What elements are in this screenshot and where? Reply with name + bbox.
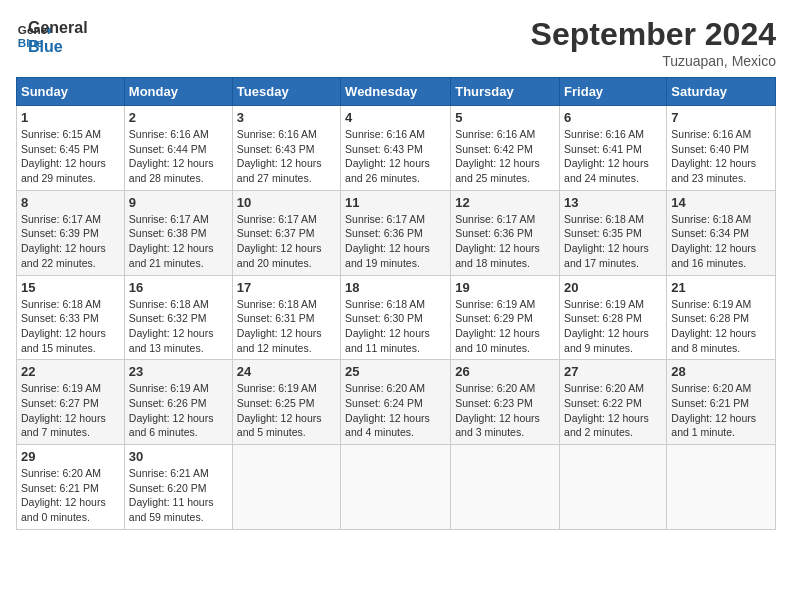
day-header-wednesday: Wednesday	[341, 78, 451, 106]
day-number: 20	[564, 280, 662, 295]
day-info: Sunrise: 6:17 AMSunset: 6:39 PMDaylight:…	[21, 212, 120, 271]
day-header-friday: Friday	[560, 78, 667, 106]
calendar-cell	[451, 445, 560, 530]
day-info: Sunrise: 6:15 AMSunset: 6:45 PMDaylight:…	[21, 127, 120, 186]
calendar-cell: 18Sunrise: 6:18 AMSunset: 6:30 PMDayligh…	[341, 275, 451, 360]
calendar-week-row: 1Sunrise: 6:15 AMSunset: 6:45 PMDaylight…	[17, 106, 776, 191]
day-number: 1	[21, 110, 120, 125]
calendar-cell: 17Sunrise: 6:18 AMSunset: 6:31 PMDayligh…	[232, 275, 340, 360]
calendar-body: 1Sunrise: 6:15 AMSunset: 6:45 PMDaylight…	[17, 106, 776, 530]
day-number: 2	[129, 110, 228, 125]
calendar-cell: 13Sunrise: 6:18 AMSunset: 6:35 PMDayligh…	[560, 190, 667, 275]
day-info: Sunrise: 6:18 AMSunset: 6:30 PMDaylight:…	[345, 297, 446, 356]
day-info: Sunrise: 6:17 AMSunset: 6:37 PMDaylight:…	[237, 212, 336, 271]
day-header-monday: Monday	[124, 78, 232, 106]
calendar-cell: 19Sunrise: 6:19 AMSunset: 6:29 PMDayligh…	[451, 275, 560, 360]
day-number: 22	[21, 364, 120, 379]
calendar-cell: 2Sunrise: 6:16 AMSunset: 6:44 PMDaylight…	[124, 106, 232, 191]
day-info: Sunrise: 6:16 AMSunset: 6:43 PMDaylight:…	[345, 127, 446, 186]
calendar-table: SundayMondayTuesdayWednesdayThursdayFrid…	[16, 77, 776, 530]
day-number: 4	[345, 110, 446, 125]
day-info: Sunrise: 6:18 AMSunset: 6:34 PMDaylight:…	[671, 212, 771, 271]
day-info: Sunrise: 6:20 AMSunset: 6:21 PMDaylight:…	[671, 381, 771, 440]
calendar-cell: 25Sunrise: 6:20 AMSunset: 6:24 PMDayligh…	[341, 360, 451, 445]
day-info: Sunrise: 6:20 AMSunset: 6:21 PMDaylight:…	[21, 466, 120, 525]
day-info: Sunrise: 6:16 AMSunset: 6:44 PMDaylight:…	[129, 127, 228, 186]
day-number: 5	[455, 110, 555, 125]
calendar-cell: 15Sunrise: 6:18 AMSunset: 6:33 PMDayligh…	[17, 275, 125, 360]
calendar-cell: 12Sunrise: 6:17 AMSunset: 6:36 PMDayligh…	[451, 190, 560, 275]
day-number: 28	[671, 364, 771, 379]
day-info: Sunrise: 6:18 AMSunset: 6:32 PMDaylight:…	[129, 297, 228, 356]
day-info: Sunrise: 6:20 AMSunset: 6:24 PMDaylight:…	[345, 381, 446, 440]
calendar-cell: 14Sunrise: 6:18 AMSunset: 6:34 PMDayligh…	[667, 190, 776, 275]
day-info: Sunrise: 6:19 AMSunset: 6:25 PMDaylight:…	[237, 381, 336, 440]
day-info: Sunrise: 6:17 AMSunset: 6:38 PMDaylight:…	[129, 212, 228, 271]
calendar-cell: 1Sunrise: 6:15 AMSunset: 6:45 PMDaylight…	[17, 106, 125, 191]
day-number: 18	[345, 280, 446, 295]
day-number: 9	[129, 195, 228, 210]
day-number: 16	[129, 280, 228, 295]
day-info: Sunrise: 6:16 AMSunset: 6:43 PMDaylight:…	[237, 127, 336, 186]
day-number: 13	[564, 195, 662, 210]
calendar-cell: 11Sunrise: 6:17 AMSunset: 6:36 PMDayligh…	[341, 190, 451, 275]
calendar-cell: 29Sunrise: 6:20 AMSunset: 6:21 PMDayligh…	[17, 445, 125, 530]
day-number: 7	[671, 110, 771, 125]
day-info: Sunrise: 6:16 AMSunset: 6:41 PMDaylight:…	[564, 127, 662, 186]
day-number: 24	[237, 364, 336, 379]
day-header-saturday: Saturday	[667, 78, 776, 106]
day-number: 17	[237, 280, 336, 295]
day-info: Sunrise: 6:19 AMSunset: 6:27 PMDaylight:…	[21, 381, 120, 440]
calendar-cell: 9Sunrise: 6:17 AMSunset: 6:38 PMDaylight…	[124, 190, 232, 275]
day-info: Sunrise: 6:21 AMSunset: 6:20 PMDaylight:…	[129, 466, 228, 525]
calendar-cell: 6Sunrise: 6:16 AMSunset: 6:41 PMDaylight…	[560, 106, 667, 191]
day-number: 6	[564, 110, 662, 125]
day-number: 15	[21, 280, 120, 295]
day-number: 21	[671, 280, 771, 295]
title-area: September 2024 Tuzuapan, Mexico	[531, 16, 776, 69]
month-title: September 2024	[531, 16, 776, 53]
day-info: Sunrise: 6:16 AMSunset: 6:40 PMDaylight:…	[671, 127, 771, 186]
day-info: Sunrise: 6:17 AMSunset: 6:36 PMDaylight:…	[455, 212, 555, 271]
calendar-cell: 24Sunrise: 6:19 AMSunset: 6:25 PMDayligh…	[232, 360, 340, 445]
calendar-cell	[341, 445, 451, 530]
calendar-cell	[667, 445, 776, 530]
day-info: Sunrise: 6:19 AMSunset: 6:28 PMDaylight:…	[564, 297, 662, 356]
day-info: Sunrise: 6:17 AMSunset: 6:36 PMDaylight:…	[345, 212, 446, 271]
day-info: Sunrise: 6:19 AMSunset: 6:26 PMDaylight:…	[129, 381, 228, 440]
calendar-cell: 8Sunrise: 6:17 AMSunset: 6:39 PMDaylight…	[17, 190, 125, 275]
day-number: 25	[345, 364, 446, 379]
day-info: Sunrise: 6:20 AMSunset: 6:23 PMDaylight:…	[455, 381, 555, 440]
calendar-cell: 20Sunrise: 6:19 AMSunset: 6:28 PMDayligh…	[560, 275, 667, 360]
day-number: 23	[129, 364, 228, 379]
calendar-cell: 23Sunrise: 6:19 AMSunset: 6:26 PMDayligh…	[124, 360, 232, 445]
day-number: 19	[455, 280, 555, 295]
calendar-cell: 21Sunrise: 6:19 AMSunset: 6:28 PMDayligh…	[667, 275, 776, 360]
calendar-cell: 3Sunrise: 6:16 AMSunset: 6:43 PMDaylight…	[232, 106, 340, 191]
day-info: Sunrise: 6:18 AMSunset: 6:33 PMDaylight:…	[21, 297, 120, 356]
day-info: Sunrise: 6:18 AMSunset: 6:31 PMDaylight:…	[237, 297, 336, 356]
calendar-header-row: SundayMondayTuesdayWednesdayThursdayFrid…	[17, 78, 776, 106]
header: General Blue General Blue September 2024…	[16, 16, 776, 69]
day-info: Sunrise: 6:19 AMSunset: 6:28 PMDaylight:…	[671, 297, 771, 356]
day-number: 8	[21, 195, 120, 210]
calendar-cell: 10Sunrise: 6:17 AMSunset: 6:37 PMDayligh…	[232, 190, 340, 275]
calendar-cell	[560, 445, 667, 530]
day-info: Sunrise: 6:16 AMSunset: 6:42 PMDaylight:…	[455, 127, 555, 186]
day-header-thursday: Thursday	[451, 78, 560, 106]
calendar-cell: 7Sunrise: 6:16 AMSunset: 6:40 PMDaylight…	[667, 106, 776, 191]
logo-blue: Blue	[28, 37, 88, 56]
logo-general: General	[28, 18, 88, 37]
calendar-cell: 4Sunrise: 6:16 AMSunset: 6:43 PMDaylight…	[341, 106, 451, 191]
calendar-week-row: 8Sunrise: 6:17 AMSunset: 6:39 PMDaylight…	[17, 190, 776, 275]
calendar-week-row: 29Sunrise: 6:20 AMSunset: 6:21 PMDayligh…	[17, 445, 776, 530]
day-number: 26	[455, 364, 555, 379]
day-number: 10	[237, 195, 336, 210]
logo: General Blue General Blue	[16, 16, 88, 56]
day-info: Sunrise: 6:18 AMSunset: 6:35 PMDaylight:…	[564, 212, 662, 271]
location-subtitle: Tuzuapan, Mexico	[531, 53, 776, 69]
calendar-cell	[232, 445, 340, 530]
calendar-cell: 27Sunrise: 6:20 AMSunset: 6:22 PMDayligh…	[560, 360, 667, 445]
day-number: 14	[671, 195, 771, 210]
calendar-cell: 16Sunrise: 6:18 AMSunset: 6:32 PMDayligh…	[124, 275, 232, 360]
